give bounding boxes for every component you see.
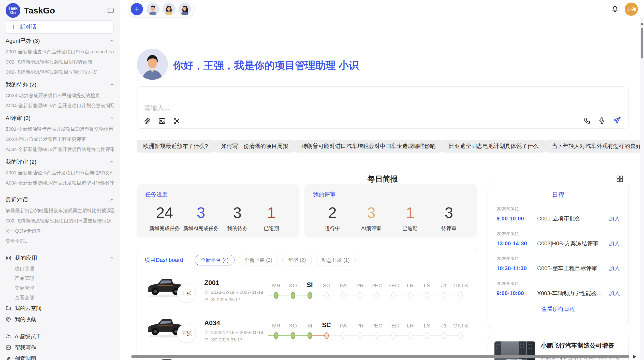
- new-chat-button[interactable]: 新对话: [6, 20, 114, 34]
- suggestion-chip[interactable]: 当下年轻人对汽车外观有怎样的喜好趋势: [545, 140, 640, 153]
- sidebar-collapse-icon[interactable]: [107, 7, 114, 14]
- suggestion-chip[interactable]: 比亚迪全固态电池计划具体说了什么: [442, 140, 545, 153]
- project-name: A034: [204, 319, 268, 327]
- chevron-up-icon[interactable]: [110, 160, 114, 164]
- sidebar-item[interactable]: A034-全新新能源MUV产品开发项目计划变更表编写: [6, 101, 114, 111]
- scissors-icon[interactable]: [173, 117, 181, 125]
- suggestion-chip[interactable]: 如何写一份清晰的项目周报: [214, 140, 295, 153]
- chevron-up-icon[interactable]: [110, 256, 114, 260]
- owner-badge: 王强: [177, 324, 196, 343]
- app-item-project-mgmt[interactable]: 项目管理: [6, 264, 114, 274]
- stat-pending-review: 3待评审: [434, 204, 464, 232]
- current-milestone: SC: [318, 321, 335, 330]
- join-link[interactable]: 加入: [609, 215, 620, 222]
- join-link[interactable]: 加入: [609, 290, 620, 297]
- schedule-date: 2025/03/11: [496, 231, 620, 237]
- section-ai-review[interactable]: AI评审 (3): [6, 112, 114, 124]
- join-link[interactable]: 加入: [609, 265, 620, 272]
- current-milestone: SI: [301, 281, 318, 290]
- send-icon[interactable]: [613, 116, 621, 125]
- section-my-todo[interactable]: 我的待办 (2): [6, 79, 114, 91]
- project-row[interactable]: 王强 Z001 2023-12-19 ~ 2027-01-19 SI-2025-…: [137, 271, 477, 311]
- tab-powertrain[interactable]: 动总开发 (1): [316, 255, 356, 265]
- schedule-entry: 2025/03/11 10:30-11:30 C005-整车工程目标评审 加入: [496, 252, 620, 277]
- schedule-card: 日程 2025/03/11 9:00-10:00 C001-立项审批会 加入 2…: [488, 183, 629, 328]
- app-item-change-mgmt[interactable]: 变更管理: [6, 283, 114, 293]
- sidebar-item-favorites[interactable]: 我的收藏: [6, 314, 114, 325]
- sidebar-item[interactable]: A034-全新新能源MUV产品开发项目造型可行性评审: [6, 178, 114, 188]
- star-badge-icon: [6, 317, 11, 322]
- project-row[interactable]: 王强 A034 2023-12-19 ~ 2026-01-19 SC-2025-…: [137, 311, 477, 351]
- section-my-review[interactable]: 我的评审 (2): [6, 156, 114, 168]
- scroll-right-arrow[interactable]: [633, 355, 636, 358]
- chevron-up-icon[interactable]: [110, 39, 114, 43]
- recent-chat-item[interactable]: C02-飞腾新能源轻客改款项目的闭环通告反馈情况: [6, 216, 114, 226]
- chat-input[interactable]: [144, 92, 525, 117]
- vertical-scroll-thumb[interactable]: [641, 28, 643, 58]
- sidebar-item[interactable]: C02-飞腾新能源轻客改款项目立项汇报方案: [6, 67, 114, 77]
- sidebar-item[interactable]: Z001-全新燃油轻卡产品开发项目SI造型提交物评审: [6, 124, 114, 134]
- tab-year-model[interactable]: 年型 (2): [282, 255, 312, 265]
- recent-view-all[interactable]: 查看全部...: [6, 236, 114, 246]
- sidebar-item-help-write[interactable]: 帮我写作: [6, 342, 114, 353]
- notification-bell-icon[interactable]: [611, 6, 619, 13]
- top-bar: 王强: [120, 0, 640, 18]
- chevron-up-icon[interactable]: [110, 116, 114, 120]
- agent-avatar[interactable]: [162, 3, 175, 16]
- sidebar-item-ai-employee[interactable]: AI超级员工: [6, 331, 114, 342]
- sidebar-item[interactable]: C02-飞腾新能源轻客改款项目里程碑画布: [6, 57, 114, 67]
- sidebar-item[interactable]: Z001-全新燃油轻卡产品开发项目SI节点属性5D文件评审: [6, 168, 114, 178]
- sidebar-item-cloud-space[interactable]: 我的云空间: [6, 303, 114, 314]
- people-icon: [6, 334, 11, 339]
- tab-new-body[interactable]: 全新上装 (3): [239, 255, 278, 265]
- agent-avatar[interactable]: [146, 3, 159, 16]
- sidebar-item[interactable]: C0X4-动力总成开发项目工程变更评审: [6, 134, 114, 144]
- milestone-track: MRKO SI SC PAPR PECFEC LRLS J1OKTB: [268, 319, 469, 343]
- schedule-entry: 2025/03/11 9:00-10:00 X003-车辆动力学性能验... 加…: [496, 277, 620, 302]
- view-all-schedule-link[interactable]: 查看所有日程: [488, 305, 628, 313]
- section-recent-chats[interactable]: 最近对话: [6, 194, 114, 206]
- suggestion-chip[interactable]: 特朗普可能对进口汽车增税会对中国车企造成哪些影响: [295, 140, 442, 153]
- chevron-up-icon[interactable]: [110, 83, 114, 86]
- phone-call-icon[interactable]: [583, 117, 591, 124]
- scroll-up-arrow[interactable]: [640, 22, 643, 25]
- sidebar-item[interactable]: A034-全新新能源MUV产品开发项目法规符合性评审: [6, 144, 114, 155]
- sidebar-item[interactable]: Z001-全新燃油皮卡产品开发项目SI节点Lesson Learn报告: [6, 47, 114, 57]
- vertical-scrollbar[interactable]: [640, 18, 644, 360]
- stat-new-ai-done: 3新增AI完成任务: [183, 204, 219, 232]
- horizontal-scroll-thumb[interactable]: [131, 355, 629, 358]
- task-progress-card: 任务进度 24新增完成任务 3新增AI完成任务 3我的待办 1已逾期: [137, 184, 299, 237]
- project-name: Z001: [204, 279, 268, 287]
- overdue-milestone-dot: [324, 332, 329, 339]
- add-agent-button[interactable]: [130, 3, 143, 16]
- divider: [0, 249, 120, 249]
- tab-new-platform[interactable]: 全新平台 (4): [195, 255, 235, 265]
- app-item-view-all[interactable]: 查看全部...: [6, 293, 114, 303]
- assistant-avatar: [137, 49, 168, 80]
- agent-avatar[interactable]: [178, 3, 192, 16]
- recent-chat-item[interactable]: 公司Q3轻卡销量: [6, 226, 114, 236]
- quill-pen-icon: [6, 356, 11, 360]
- sidebar-item-creative-draw[interactable]: 创意制图: [6, 353, 114, 360]
- sidebar-item[interactable]: C0X4-动力总成开发项目SI里程碑提交物检查: [6, 91, 114, 101]
- microphone-icon[interactable]: [598, 117, 606, 124]
- section-my-apps[interactable]: 我的应用: [6, 252, 114, 264]
- owner-badge: 王强: [177, 284, 196, 303]
- greeting-text: 你好，王强，我是你的项目管理助理 小识: [173, 58, 359, 72]
- flag-icon: [204, 338, 209, 342]
- join-link[interactable]: 加入: [609, 240, 620, 247]
- chevron-up-icon[interactable]: [110, 198, 114, 202]
- sidebar-nav: Agent已办 (3) Z001-全新燃油皮卡产品开发项目SI节点Lesson …: [0, 35, 120, 360]
- plus-icon: [134, 6, 140, 12]
- attachment-icon[interactable]: [143, 117, 151, 125]
- user-avatar[interactable]: 王强: [625, 3, 638, 16]
- stat-overdue: 1已逾期: [395, 204, 425, 232]
- image-icon[interactable]: [158, 117, 166, 125]
- app-item-product-mgmt[interactable]: 产品管理: [6, 274, 114, 283]
- stat-new-done: 24新增完成任务: [149, 204, 180, 232]
- recent-chat-item[interactable]: 解释最新出台的欧盟报废车法规再生塑料比例被调至15%...: [6, 206, 114, 216]
- section-agent-done[interactable]: Agent已办 (3): [6, 35, 114, 47]
- layout-grid-icon[interactable]: [616, 175, 624, 183]
- suggestion-chip[interactable]: 欧洲新规最近颁布了什么?: [137, 140, 214, 153]
- stat-overdue: 1已逾期: [256, 204, 287, 232]
